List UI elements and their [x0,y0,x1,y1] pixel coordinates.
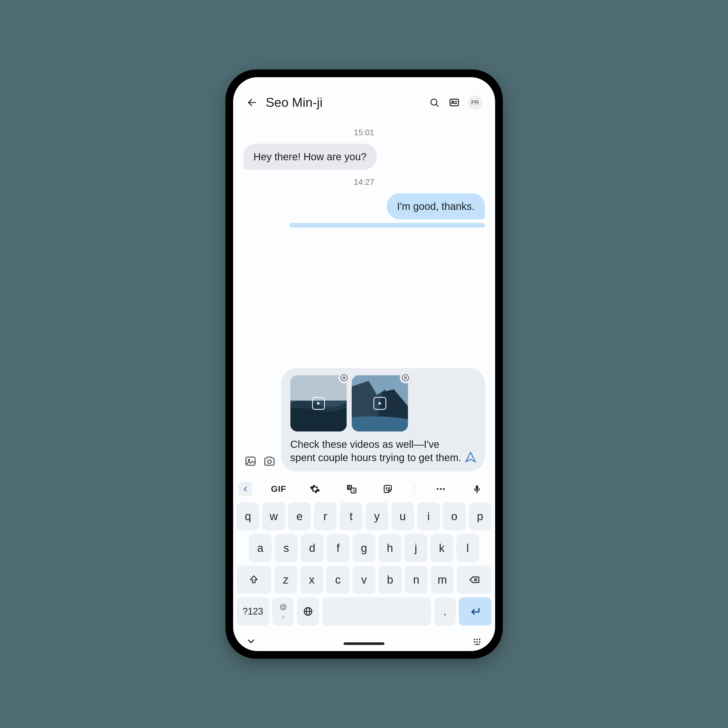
svg-point-24 [389,488,390,488]
key-b[interactable]: b [379,566,402,594]
key-r[interactable]: r [314,502,336,531]
svg-point-6 [248,459,250,461]
svg-point-7 [268,460,271,463]
toolbar-collapse-button[interactable] [238,482,252,496]
contact-name: Seo Min-ji [266,95,421,110]
play-icon [373,397,386,410]
svg-rect-43 [475,644,480,645]
svg-line-2 [436,104,438,106]
key-s[interactable]: s [275,534,298,562]
message-row: Hey there! How are you? [243,144,485,170]
key-y[interactable]: y [366,502,388,531]
key-g[interactable]: g [352,534,375,562]
key-a[interactable]: a [249,534,272,562]
numbers-key[interactable]: ?123 [237,597,269,626]
svg-rect-39 [479,639,480,640]
key-e[interactable]: e [288,502,311,531]
svg-rect-38 [476,639,477,640]
sending-indicator [289,223,485,228]
language-key[interactable] [297,597,319,626]
message-list: 15:01 Hey there! How are you? 14:27 I'm … [233,115,495,368]
gif-button[interactable]: GIF [268,481,289,497]
divider [414,483,414,495]
screen: Seo Min-ji PR 15:01 Hey there! How are y… [233,77,495,651]
avatar[interactable]: PR [468,95,482,110]
key-p[interactable]: p [469,502,492,531]
key-j[interactable]: j [404,534,427,562]
svg-point-32 [282,606,283,607]
svg-rect-3 [450,99,458,106]
play-icon [312,397,325,410]
compose-text[interactable]: Check these videos as well—I've spent co… [291,437,465,464]
attachment-thumbnail[interactable] [352,375,408,431]
key-x[interactable]: x [300,566,323,594]
keyboard: q w e r t y u i o p a s d f g h j k l [233,499,495,634]
svg-text:G: G [349,485,351,489]
key-m[interactable]: m [431,566,454,594]
send-button[interactable] [463,450,478,464]
collapse-keyboard-icon[interactable] [246,636,256,647]
svg-rect-40 [474,641,475,642]
keyboard-row: q w e r t y u i o p [237,502,492,531]
svg-point-31 [280,604,286,610]
emoji-key[interactable]: , [272,597,294,626]
svg-text:文: 文 [352,489,355,492]
key-z[interactable]: z [274,566,297,594]
period-key[interactable]: . [434,597,456,626]
key-c[interactable]: c [326,566,349,594]
key-h[interactable]: h [379,534,401,562]
key-t[interactable]: t [340,502,362,531]
svg-rect-5 [246,457,255,465]
camera-icon[interactable] [262,454,277,468]
settings-icon[interactable] [305,481,325,497]
more-icon[interactable] [430,481,451,497]
key-i[interactable]: i [417,502,440,531]
spacebar-key[interactable] [322,597,431,626]
contact-card-icon[interactable] [448,96,460,109]
key-w[interactable]: w [262,502,285,531]
key-l[interactable]: l [456,534,479,562]
key-q[interactable]: q [236,502,259,531]
svg-rect-42 [479,641,480,642]
key-o[interactable]: o [443,502,466,531]
sticker-icon[interactable] [378,481,398,497]
attachment-thumbnail[interactable] [291,375,347,431]
keyboard-row: a s d f g h j k l [237,534,492,562]
remove-attachment-button[interactable] [400,372,411,384]
home-indicator[interactable] [344,642,384,645]
shift-key[interactable] [237,566,271,594]
keyboard-row: ?123 , . [237,597,492,626]
compose-box[interactable]: Check these videos as well—I've spent co… [281,368,485,471]
key-k[interactable]: k [430,534,453,562]
key-n[interactable]: n [405,566,428,594]
key-f[interactable]: f [327,534,349,562]
incoming-message[interactable]: Hey there! How are you? [243,144,377,170]
outgoing-message[interactable]: I'm good, thanks. [387,193,485,219]
svg-rect-28 [476,485,479,490]
search-icon[interactable] [428,96,440,109]
compose-area: Check these videos as well—I've spent co… [233,368,495,476]
svg-rect-41 [476,641,477,642]
keyboard-toolbar: GIF G文 [233,476,495,499]
conversation-header: Seo Min-ji PR [233,77,495,115]
key-u[interactable]: u [392,502,414,531]
svg-point-33 [284,606,284,607]
key-v[interactable]: v [352,566,376,594]
keyboard-row: z x c v b n m [237,566,492,594]
svg-point-23 [386,488,387,488]
enter-key[interactable] [459,597,492,626]
remove-attachment-button[interactable] [338,372,350,384]
backspace-key[interactable] [457,566,491,594]
key-d[interactable]: d [301,534,323,562]
svg-marker-15 [379,402,381,405]
back-button[interactable] [246,96,258,109]
svg-point-27 [443,488,445,490]
svg-point-26 [440,488,442,490]
svg-rect-37 [474,639,475,640]
svg-marker-10 [317,402,320,405]
mic-icon[interactable] [467,481,487,497]
gallery-icon[interactable] [243,454,258,468]
translate-icon[interactable]: G文 [341,481,362,497]
keyboard-mode-icon[interactable] [472,636,482,647]
timestamp: 14:27 [243,177,485,187]
